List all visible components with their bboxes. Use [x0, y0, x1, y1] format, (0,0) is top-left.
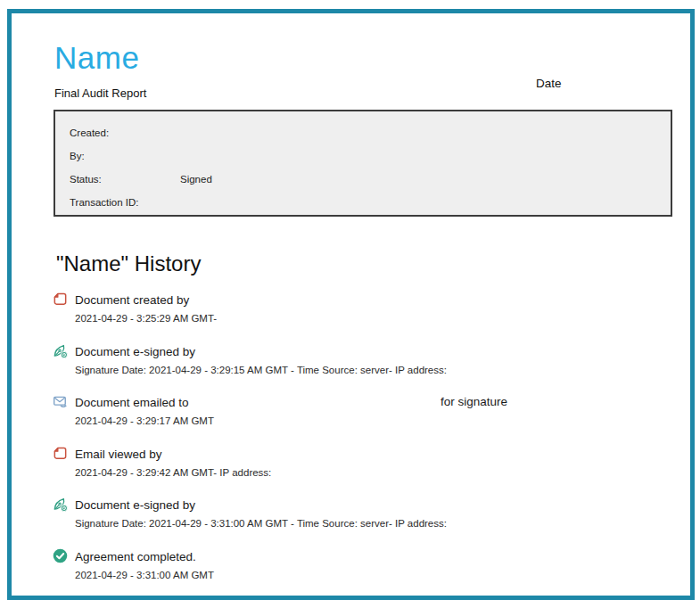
transaction-id-label: Transaction ID:: [70, 197, 180, 208]
report-subtitle: Final Audit Report: [54, 86, 146, 100]
summary-row-by: By:: [70, 144, 671, 168]
history-event-row: Email viewed by 2021-04-29 - 3:29:42 AM …: [53, 446, 677, 497]
page-title: Name: [54, 40, 139, 76]
history-event-row: Document created by 2021-04-29 - 3:25:29…: [53, 292, 677, 343]
date-label: Date: [536, 77, 562, 90]
event-detail: 2021-04-29 - 3:31:00 AM GMT: [75, 569, 677, 581]
status-value: Signed: [180, 174, 212, 185]
summary-box: Created: By: Status: Signed Transaction …: [54, 110, 672, 217]
event-detail: Signature Date: 2021-04-29 - 3:31:00 AM …: [75, 517, 677, 530]
event-icon: [53, 394, 68, 409]
event-title-suffix: for signature: [441, 394, 507, 409]
event-title: Document created by: [75, 293, 189, 307]
event-icon: [53, 292, 68, 307]
by-label: By:: [70, 151, 180, 161]
created-label: Created:: [70, 127, 180, 138]
event-text: Document e-signed by Signature Date: 202…: [75, 343, 677, 395]
event-detail: Signature Date: 2021-04-29 - 3:29:15 AM …: [75, 364, 677, 376]
history-event-row: Document e-signed by Signature Date: 202…: [53, 497, 677, 548]
event-text: Document created by 2021-04-29 - 3:25:29…: [75, 292, 677, 343]
event-detail: 2021-04-29 - 3:29:17 AM GMT: [75, 415, 677, 427]
event-title: Document e-signed by: [75, 498, 195, 512]
event-icon: [53, 548, 68, 563]
document-icon-glyph: [53, 292, 68, 307]
esign-pen-icon-glyph: [53, 497, 68, 512]
esign-pen-icon-glyph: [53, 343, 68, 358]
event-detail: 2021-04-29 - 3:25:29 AM GMT-: [75, 312, 677, 325]
history-heading: "Name" History: [56, 251, 201, 276]
summary-row-status: Status: Signed: [70, 168, 671, 191]
event-title: Document emailed to: [75, 396, 189, 409]
history-event-row: Document emailed to for signature 2021-0…: [53, 394, 677, 446]
event-detail: 2021-04-29 - 3:29:42 AM GMT- IP address:: [75, 466, 677, 479]
summary-row-transaction: Transaction ID:: [70, 191, 671, 214]
event-text: Email viewed by 2021-04-29 - 3:29:42 AM …: [75, 446, 677, 497]
event-text: Document e-signed by Signature Date: 202…: [75, 497, 677, 548]
event-icon: [53, 446, 68, 461]
history-event-row: Document e-signed by Signature Date: 202…: [53, 343, 677, 395]
completed-check-icon-glyph: [53, 548, 68, 563]
event-text: Document emailed to for signature 2021-0…: [75, 394, 677, 446]
history-event-row: Agreement completed. 2021-04-29 - 3:31:0…: [53, 548, 677, 600]
audit-report-page: { "page": { "title": "Name", "subtitle":…: [0, 0, 700, 600]
status-label: Status:: [70, 174, 180, 185]
email-sent-icon-glyph: [53, 394, 68, 409]
event-icon: [53, 343, 68, 358]
event-title: Agreement completed.: [75, 550, 196, 563]
event-icon: [53, 497, 68, 512]
summary-row-created: Created:: [70, 121, 671, 144]
event-title: Document e-signed by: [75, 345, 195, 358]
page-border-frame: Name Final Audit Report Date Created: By…: [7, 9, 695, 600]
document-icon-glyph: [53, 446, 68, 461]
event-text: Agreement completed. 2021-04-29 - 3:31:0…: [75, 548, 677, 600]
event-title: Email viewed by: [75, 448, 162, 461]
history-list: Document created by 2021-04-29 - 3:25:29…: [53, 292, 677, 599]
